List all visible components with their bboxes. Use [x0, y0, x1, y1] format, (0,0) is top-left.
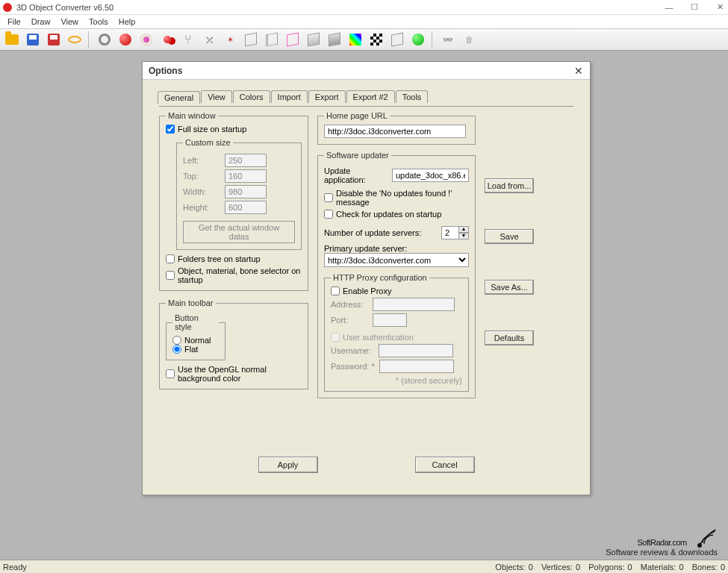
cube-plain-icon[interactable]: [388, 31, 406, 48]
wireframe-pink-icon[interactable]: [284, 31, 302, 48]
num-servers-label: Number of update servers:: [324, 228, 421, 237]
app-icon: [3, 3, 12, 12]
tabstrip: General View Colors Import Export Export…: [158, 90, 590, 103]
sb-materials-label: Materials:: [641, 563, 676, 572]
left-input[interactable]: [225, 154, 267, 167]
height-label: Height:: [183, 203, 220, 212]
eye-icon[interactable]: [66, 31, 84, 48]
gear-icon[interactable]: [96, 31, 113, 48]
menu-tools[interactable]: Tools: [84, 16, 113, 27]
username-input[interactable]: [379, 344, 453, 357]
primary-server-select[interactable]: http://3doc.i3dconverter.com: [324, 253, 469, 267]
updater-group: Software updater Update application: Dis…: [317, 151, 476, 398]
disable-msg-checkbox[interactable]: [324, 193, 333, 202]
wireframe-book-icon[interactable]: [263, 31, 281, 48]
button-style-legend: Button style: [172, 313, 219, 331]
window-title: 3D Object Converter v6.50: [16, 3, 664, 12]
normal-label: Normal: [184, 336, 211, 345]
home-url-input[interactable]: [324, 125, 466, 138]
sb-objects: 0: [529, 563, 533, 572]
sb-materials: 0: [679, 563, 683, 572]
trash-icon[interactable]: 🗑: [460, 31, 478, 48]
open-icon[interactable]: [3, 31, 21, 48]
spin-up-icon[interactable]: ▲: [458, 226, 469, 233]
use-opengl-label: Use the OpenGL normal background color: [178, 365, 302, 383]
sb-polygons: 0: [628, 563, 632, 572]
proxy-port-input[interactable]: [373, 313, 407, 327]
save-alt-icon[interactable]: [45, 31, 63, 48]
check-startup-checkbox[interactable]: [324, 210, 333, 219]
apply-button[interactable]: Apply: [258, 457, 318, 473]
user-auth-label: User authentication: [343, 333, 414, 342]
obj-selector-checkbox[interactable]: [166, 271, 175, 280]
width-label: Width:: [183, 187, 220, 196]
password-input[interactable]: [379, 360, 454, 373]
fork-icon[interactable]: ⑂: [179, 31, 197, 48]
dialog-close-icon[interactable]: ✕: [573, 66, 584, 76]
tab-export[interactable]: Export: [308, 90, 346, 103]
save-button[interactable]: Save: [485, 229, 534, 244]
username-label: Username:: [331, 346, 374, 355]
tab-colors[interactable]: Colors: [233, 90, 270, 103]
sb-objects-label: Objects:: [495, 563, 525, 572]
tab-import[interactable]: Import: [271, 90, 308, 103]
cube-shaded-icon[interactable]: [326, 31, 343, 48]
glasses-icon[interactable]: 👓: [439, 31, 457, 48]
cancel-button[interactable]: Cancel: [415, 457, 475, 473]
use-opengl-checkbox[interactable]: [166, 369, 175, 378]
toolbar-separator: [432, 31, 435, 48]
home-page-group: Home page URL: [317, 111, 476, 145]
main-toolbar-legend: Main toolbar: [166, 298, 216, 307]
close-button[interactable]: ✕: [715, 2, 725, 13]
save-as-button[interactable]: Save As...: [485, 280, 534, 295]
maximize-button[interactable]: ☐: [689, 2, 700, 13]
stored-note: * (stored securely): [331, 376, 462, 385]
double-sphere-icon[interactable]: [158, 31, 176, 48]
check-startup-label: Check for updates on startup: [336, 210, 441, 219]
watermark-tagline: Software reviews & downloads: [606, 548, 718, 557]
sphere-green-icon[interactable]: [409, 31, 427, 48]
tab-view[interactable]: View: [201, 90, 232, 103]
folders-tree-checkbox[interactable]: [166, 254, 175, 263]
update-app-label: Update application:: [324, 166, 388, 184]
enable-proxy-label: Enable Proxy: [343, 286, 391, 295]
cube-checker-icon[interactable]: [367, 31, 385, 48]
get-actual-button[interactable]: Get the actual window datas: [183, 221, 295, 243]
update-app-input[interactable]: [392, 169, 469, 182]
save-icon[interactable]: [24, 31, 42, 48]
user-auth-checkbox[interactable]: [331, 333, 340, 342]
load-from-button[interactable]: Load from...: [485, 178, 534, 193]
tab-tools[interactable]: Tools: [396, 90, 429, 103]
top-input[interactable]: [225, 169, 267, 183]
tab-general[interactable]: General: [158, 91, 200, 104]
menu-help[interactable]: Help: [114, 16, 140, 27]
proxy-address-input[interactable]: [373, 298, 455, 311]
enable-proxy-checkbox[interactable]: [331, 286, 340, 295]
menu-draw[interactable]: Draw: [27, 16, 55, 27]
num-servers-spinner[interactable]: ▲▼: [441, 226, 469, 239]
width-input[interactable]: [225, 185, 267, 198]
dialog-titlebar: Options ✕: [143, 62, 590, 80]
normal-radio[interactable]: [172, 336, 181, 345]
main-window-legend: Main window: [166, 111, 218, 120]
defaults-button[interactable]: Defaults: [485, 331, 534, 345]
menu-file[interactable]: File: [3, 16, 25, 27]
radar-icon: [695, 527, 718, 548]
minimize-button[interactable]: —: [664, 2, 674, 13]
compass-icon[interactable]: ⤫: [200, 31, 218, 48]
height-input[interactable]: [225, 201, 267, 214]
flat-radio[interactable]: [172, 345, 181, 354]
num-servers-input[interactable]: [441, 226, 459, 239]
cube-solid-icon[interactable]: [305, 31, 323, 48]
cube-rgb-icon[interactable]: [346, 31, 364, 48]
main-window-group: Main window Full size on startup Custom …: [159, 111, 308, 291]
menu-view[interactable]: View: [56, 16, 83, 27]
sphere-red-icon[interactable]: [116, 31, 134, 48]
axes-icon[interactable]: ✶: [221, 31, 239, 48]
wireframe-front-icon[interactable]: [242, 31, 260, 48]
tab-export2[interactable]: Export #2: [346, 90, 395, 103]
torus-icon[interactable]: [137, 31, 155, 48]
full-size-checkbox[interactable]: [166, 125, 175, 134]
toolbar-separator: [88, 31, 91, 48]
spin-down-icon[interactable]: ▼: [458, 233, 469, 239]
